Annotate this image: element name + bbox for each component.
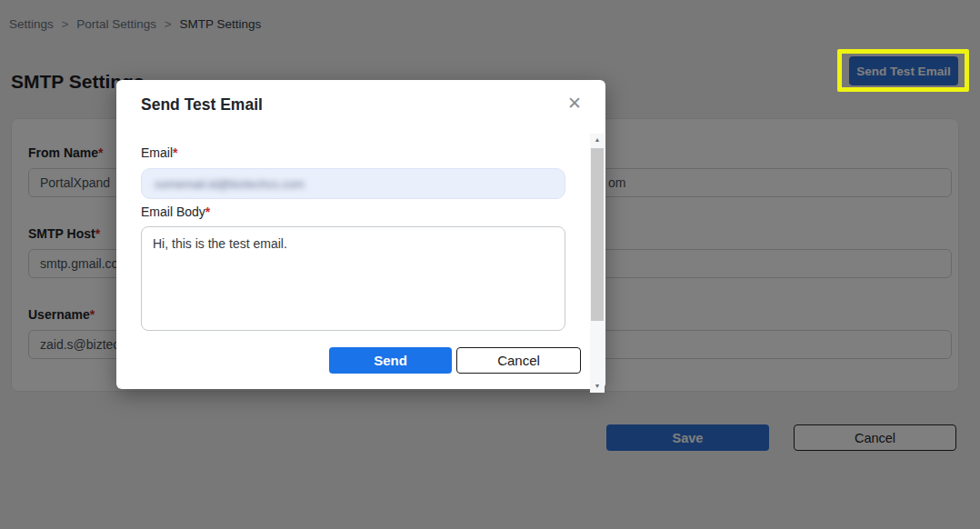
modal-cancel-button[interactable]: Cancel (456, 347, 581, 374)
modal-title: Send Test Email (141, 95, 263, 115)
scroll-up-icon[interactable]: ▲ (590, 134, 605, 146)
email-input[interactable]: somemail.id@biztechcs.com (141, 168, 565, 199)
modal-send-button[interactable]: Send (329, 347, 452, 374)
email-label-text: Email (141, 145, 173, 160)
email-body-textarea[interactable]: Hi, this is the test email. (141, 226, 565, 331)
close-icon[interactable]: ✕ (564, 93, 585, 115)
send-test-email-modal: Send Test Email ✕ Email* somemail.id@biz… (116, 80, 605, 389)
email-redacted-value: somemail.id@biztechcs.com (142, 169, 565, 191)
email-body-label-text: Email Body (141, 205, 205, 219)
required-marker: * (205, 205, 210, 219)
scroll-down-icon[interactable]: ▼ (590, 380, 605, 393)
required-marker: * (173, 145, 177, 160)
scrollbar-thumb[interactable] (591, 148, 604, 321)
email-label: Email* (141, 145, 177, 160)
email-body-label: Email Body* (141, 205, 210, 219)
modal-scrollbar[interactable]: ▲ ▼ (590, 134, 605, 393)
